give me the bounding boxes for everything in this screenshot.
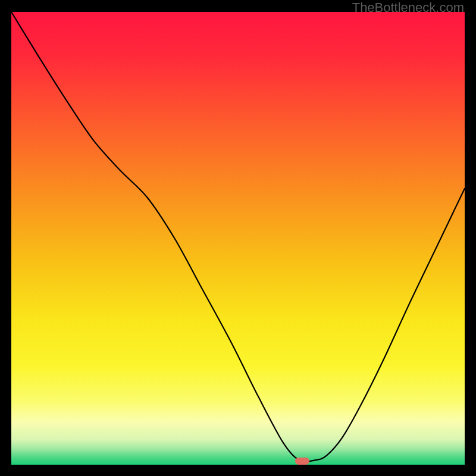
chart-frame: TheBottleneck.com (0, 0, 476, 476)
optimum-marker (295, 458, 309, 465)
watermark-text: TheBottleneck.com (352, 0, 464, 15)
background-gradient (11, 12, 465, 465)
svg-rect-0 (11, 12, 465, 465)
plot-area (11, 12, 465, 465)
